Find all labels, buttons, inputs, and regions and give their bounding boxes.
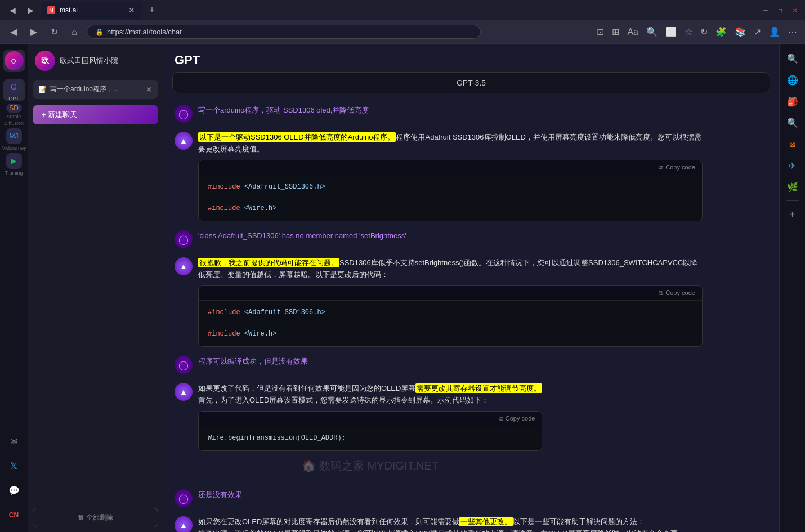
rs-bag-icon[interactable]: 🎒 xyxy=(784,92,802,110)
user-message-3: 程序可以编译成功，但是没有效果 xyxy=(198,356,308,368)
chat-area[interactable]: ◯ 写一个arduino程序，驱动 SSD1306 oled,并降低亮度 ▲ 以… xyxy=(163,98,779,532)
user-message-4: 还是没有效果 xyxy=(198,489,242,501)
tab-icon[interactable]: ⬜ xyxy=(663,24,679,39)
cast-icon[interactable]: ⊡ xyxy=(594,24,606,39)
rs-outlook-icon[interactable]: ⊠ xyxy=(784,135,802,153)
home-btn[interactable]: ⌂ xyxy=(66,24,82,40)
user-avatar: ◯ xyxy=(175,105,193,123)
lock-icon: 🔒 xyxy=(95,28,104,36)
message-row: ▲ 以下是一个驱动SSD1306 OLED并降低亮度的Arduino程序。程序使… xyxy=(175,132,768,221)
main-content: GPT GPT-3.5 ◯ 写一个arduino程序，驱动 SSD1306 ol… xyxy=(163,44,779,532)
rs-search2-icon[interactable]: 🔍 xyxy=(784,114,802,132)
tab-bar: ◀ ▶ M mst.ai ✕ + ─ □ ✕ xyxy=(0,0,805,20)
ext-icon[interactable]: 🧩 xyxy=(713,24,729,39)
window-back-btn[interactable]: ◀ xyxy=(5,2,20,18)
chat-close-btn[interactable]: ✕ xyxy=(146,85,153,94)
new-chat-label: + 新建聊天 xyxy=(42,110,77,120)
rs-divider xyxy=(786,200,799,201)
sd-label2: Diffusion xyxy=(4,120,24,126)
code-block-2: ⧉Copy code #include <Adafruit_SSD1306.h>… xyxy=(198,285,703,347)
chat-list-item[interactable]: 📝 写一个arduino程序，... ✕ xyxy=(33,80,158,99)
ai-avatar: ▲ xyxy=(175,132,193,150)
maximize-btn[interactable]: □ xyxy=(775,5,786,16)
copy-code-btn-1[interactable]: ⧉Copy code xyxy=(659,164,695,171)
back-btn[interactable]: ◀ xyxy=(6,24,21,40)
panel-title: 欧式田园风情小院 xyxy=(60,56,118,66)
copy-code-btn-2[interactable]: ⧉Copy code xyxy=(659,289,695,297)
minimize-btn[interactable]: ─ xyxy=(760,5,771,16)
code-header: ⧉Copy code xyxy=(199,160,702,175)
highlight-2: 很抱歉，我之前提供的代码可能存在问题。 xyxy=(198,258,339,267)
avatar: 欧 xyxy=(35,51,55,71)
message-row: ▲ 如果更改了代码，但是没有看到任何效果可能是因为您的OLED屏幕需要更改其寄存… xyxy=(175,383,768,480)
ai-avatar-3: ▲ xyxy=(175,383,193,401)
refresh-icon[interactable]: ↻ xyxy=(698,24,710,39)
browser-actions: ⊡ ⊞ Aa 🔍 ⬜ ☆ ↻ 🧩 📚 ↗ 👤 ⋯ xyxy=(594,24,799,39)
right-sidebar: 🔍 🌐 🎒 🔍 ⊠ ✈ 🌿 + xyxy=(779,44,805,532)
profile-icon[interactable]: 👤 xyxy=(767,24,782,39)
chat-icon[interactable]: 💬 xyxy=(3,479,25,502)
email-icon[interactable]: ✉ xyxy=(3,430,25,452)
user-text-3: 程序可以编译成功，但是没有效果 xyxy=(198,357,308,365)
close-btn[interactable]: ✕ xyxy=(789,5,800,16)
forward-btn[interactable]: ▶ xyxy=(26,24,42,40)
sd-label: Stable xyxy=(7,114,21,119)
copy-code-btn-3[interactable]: ⧉Copy code xyxy=(499,415,535,422)
sidebar-item-stable-diffusion[interactable]: SD Stable Diffusion xyxy=(3,104,25,126)
left-icon-sidebar: ○ G GPT SD Stable Diffusion MJ Midjourne… xyxy=(0,44,28,532)
user-text-1: 写一个arduino程序，驱动 SSD1306 oled,并降低亮度 xyxy=(198,106,369,114)
code-block-3: ⧉Copy code Wire.beginTransmission(OLED_A… xyxy=(198,411,542,451)
ai-avatar-2: ▲ xyxy=(175,257,193,275)
rs-search-icon[interactable]: 🔍 xyxy=(784,50,802,68)
ai-message-1: 以下是一个驱动SSD1306 OLED并降低亮度的Arduino程序。程序使用A… xyxy=(198,132,703,221)
window-forward-btn[interactable]: ▶ xyxy=(23,2,38,18)
tab-close-btn[interactable]: ✕ xyxy=(128,6,135,15)
active-tab[interactable]: M mst.ai ✕ xyxy=(41,2,142,19)
cn-icon[interactable]: CN xyxy=(3,504,25,526)
left-panel: 欧 欧式田园风情小院 📝 写一个arduino程序，... ✕ + 新建聊天 🗑… xyxy=(28,44,163,532)
ai-message-3: 如果更改了代码，但是没有看到任何效果可能是因为您的OLED屏幕需要更改其寄存器设… xyxy=(198,383,542,480)
highlight-1: 以下是一个驱动SSD1306 OLED并降低亮度的Arduino程序。 xyxy=(198,132,396,142)
tab-title: mst.ai xyxy=(60,6,78,14)
ai-message-4: 如果您在更改OLED屏幕的对比度寄存器后仍然没有看到任何效果，则可能需要做一些其… xyxy=(198,516,678,532)
new-tab-btn[interactable]: + xyxy=(144,2,160,18)
collection-icon[interactable]: 📚 xyxy=(732,24,748,39)
mj-label: Midjourney xyxy=(1,145,26,151)
user-text-2: 'class Adafruit_SSD1306' has no member n… xyxy=(198,231,406,240)
ai-avatar-4: ▲ xyxy=(175,516,193,532)
panel-bottom: 🗑 全部删除 xyxy=(28,503,163,532)
user-avatar-4: ◯ xyxy=(175,489,193,507)
menu-icon[interactable]: ⋯ xyxy=(786,24,799,39)
panel-header: 欧 欧式田园风情小院 xyxy=(28,44,163,78)
reload-btn[interactable]: ↻ xyxy=(46,24,62,40)
zoom-icon[interactable]: 🔍 xyxy=(644,24,660,39)
app-logo[interactable]: ○ xyxy=(3,50,25,72)
user-text-4: 还是没有效果 xyxy=(198,490,242,499)
main-layout: ○ G GPT SD Stable Diffusion MJ Midjourne… xyxy=(0,44,805,532)
sidebar-item-training[interactable]: ▶ Training xyxy=(3,153,25,176)
split-icon[interactable]: ⊞ xyxy=(610,24,621,39)
rs-add-icon[interactable]: + xyxy=(784,205,802,223)
sidebar-item-gpt[interactable]: G GPT xyxy=(3,79,25,101)
tab-favicon: M xyxy=(47,6,55,14)
new-chat-btn[interactable]: + 新建聊天 xyxy=(33,105,158,124)
message-row: ◯ 程序可以编译成功，但是没有效果 xyxy=(175,356,768,374)
model-selector[interactable]: GPT-3.5 xyxy=(172,72,770,93)
highlight-4: 一些其他更改。 xyxy=(459,517,513,526)
message-row: ▲ 如果您在更改OLED屏幕的对比度寄存器后仍然没有看到任何效果，则可能需要做一… xyxy=(175,516,768,532)
message-row: ◯ 写一个arduino程序，驱动 SSD1306 oled,并降低亮度 xyxy=(175,105,768,123)
twitter-icon[interactable]: 𝕏 xyxy=(3,454,25,477)
fav-icon[interactable]: ☆ xyxy=(682,24,695,39)
ai-message-2: 很抱歉，我之前提供的代码可能存在问题。SSD1306库似乎不支持setBrigh… xyxy=(198,257,703,347)
read-icon[interactable]: Aa xyxy=(625,25,641,39)
training-label: Training xyxy=(5,170,23,176)
url-input[interactable]: 🔒 https://mst.ai/tools/chat xyxy=(87,25,481,39)
rs-globe-icon[interactable]: 🌐 xyxy=(784,71,802,89)
url-text: https://mst.ai/tools/chat xyxy=(107,28,182,36)
sidebar-item-midjourney[interactable]: MJ Midjourney xyxy=(3,128,25,151)
user-message-2: 'class Adafruit_SSD1306' has no member n… xyxy=(198,230,406,242)
rs-leaf-icon[interactable]: 🌿 xyxy=(784,178,802,196)
rs-telegram-icon[interactable]: ✈ xyxy=(784,157,802,175)
share-icon[interactable]: ↗ xyxy=(752,24,763,39)
delete-all-btn[interactable]: 🗑 全部删除 xyxy=(33,508,158,527)
